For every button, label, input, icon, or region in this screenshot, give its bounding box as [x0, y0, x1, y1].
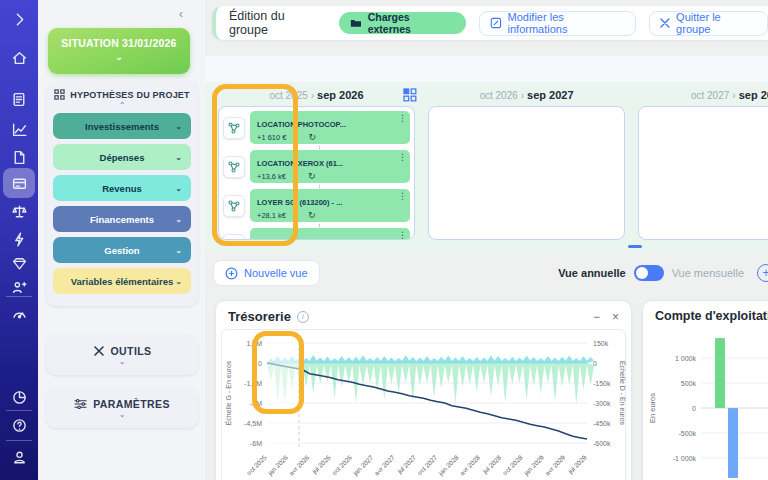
- treasury-title: Trésorerie: [228, 309, 291, 324]
- close-icon: [660, 18, 670, 28]
- plus-circle-icon: [225, 267, 238, 280]
- views-row: Nouvelle vue Vue annuelle Vue mensuelle: [205, 258, 768, 288]
- svg-text:jan 2027: jan 2027: [351, 453, 375, 477]
- charge-item-pill[interactable]: ⋮ LOCATION XEROX (61... +13,6 k€ ↻: [250, 150, 410, 183]
- svg-text:-4,5M: -4,5M: [244, 420, 262, 427]
- collapse-sidebar-icon[interactable]: ‹: [179, 6, 183, 21]
- income-statement-chart[interactable]: 1 000k500k0-500k-1 000kEn euros: [643, 325, 768, 480]
- item-value: +13,6 k€: [257, 172, 286, 181]
- charge-item-row[interactable]: ⋮ LOCATION PHOTOCOP... +1 610 € ↻: [223, 111, 410, 144]
- charge-item-pill[interactable]: ⋮ DOCUMENTATION TEC... +795,7 € ↻: [250, 228, 410, 240]
- folder-icon: [350, 18, 362, 28]
- layout-grid-icon[interactable]: [403, 88, 417, 102]
- premium-diamond-icon[interactable]: [8, 252, 30, 274]
- hypotheses-header: HYPOTHÈSES DU PROJET: [53, 89, 191, 100]
- reports-pie-icon[interactable]: [8, 386, 30, 408]
- item-title: LOYER SCI (613200) - ...: [257, 198, 342, 207]
- new-view-button[interactable]: Nouvelle vue: [213, 260, 320, 286]
- edit-info-button[interactable]: Modifier les informations: [479, 11, 637, 36]
- monthly-view-label[interactable]: Vue mensuelle: [672, 267, 744, 279]
- period-card-2027-2028[interactable]: [638, 106, 768, 240]
- svg-text:-300k: -300k: [593, 400, 611, 407]
- item-menu-icon[interactable]: ⋮: [398, 192, 407, 200]
- performance-chart-icon[interactable]: [8, 118, 30, 140]
- svg-text:jan 2026: jan 2026: [266, 453, 290, 477]
- svg-text:jul 2027: jul 2027: [395, 453, 418, 476]
- invoicing-icon[interactable]: [8, 88, 30, 110]
- drag-node-tile[interactable]: [223, 117, 245, 139]
- annual-view-label[interactable]: Vue annuelle: [558, 267, 625, 279]
- treasury-panel: Trésorerie i − × 1,5M150k00-1,5M-150k-3M…: [215, 300, 632, 480]
- minimize-icon[interactable]: −: [593, 310, 600, 324]
- balance-scales-icon[interactable]: [8, 200, 30, 222]
- svg-text:avr 2026: avr 2026: [288, 453, 311, 476]
- new-view-label: Nouvelle vue: [244, 267, 308, 279]
- svg-text:avr 2028: avr 2028: [458, 453, 481, 476]
- chevron-down-icon: ⌄: [119, 358, 126, 365]
- category-button[interactable]: Investissements⌄: [53, 113, 191, 139]
- tools-button[interactable]: OUTILS ⌄: [46, 335, 198, 375]
- category-button[interactable]: Variables élémentaires⌄: [53, 268, 191, 294]
- item-title: LOCATION XEROX (61...: [257, 159, 343, 168]
- chevron-down-icon: ⌄: [48, 52, 190, 62]
- dashboard-gauge-icon[interactable]: [8, 302, 30, 324]
- svg-text:-6M: -6M: [250, 440, 262, 447]
- svg-text:0: 0: [258, 360, 262, 367]
- charge-item-row[interactable]: ⋮ LOYER SCI (613200) - ... +28,1 k€ ↻: [223, 189, 410, 222]
- rail-divider: [6, 296, 32, 297]
- charge-item-pill[interactable]: ⋮ LOCATION PHOTOCOP... +1 610 € ↻: [250, 111, 410, 144]
- period-header: oct 2027›sep 20...: [638, 89, 768, 101]
- period-card-2025-2026[interactable]: ⋮ LOCATION PHOTOCOP... +1 610 € ↻ ⋮ LOCA…: [218, 106, 415, 240]
- svg-text:jul 2028: jul 2028: [481, 453, 504, 476]
- category-button[interactable]: Revenus⌄: [53, 175, 191, 201]
- item-connector: [319, 185, 410, 188]
- horizontal-scroll-indicator[interactable]: [628, 245, 642, 248]
- account-user-icon[interactable]: [8, 446, 30, 468]
- quit-group-button[interactable]: Quitter le groupe: [649, 11, 768, 36]
- info-icon[interactable]: i: [297, 311, 309, 323]
- close-icon[interactable]: ×: [612, 310, 619, 324]
- category-button[interactable]: Financements⌄: [53, 206, 191, 232]
- group-badge[interactable]: Charges externes: [339, 12, 466, 34]
- documents-icon[interactable]: [8, 146, 30, 168]
- category-label: Revenus: [102, 183, 142, 194]
- charge-item-row[interactable]: ⋮ DOCUMENTATION TEC... +795,7 € ↻: [223, 228, 410, 240]
- tools-icon: [93, 345, 105, 357]
- svg-text:-500k: -500k: [678, 430, 696, 437]
- item-menu-icon[interactable]: ⋮: [398, 231, 407, 239]
- drag-node-tile[interactable]: [223, 234, 245, 241]
- expand-chevron-icon[interactable]: [8, 8, 30, 30]
- collapse-section-chevron-icon[interactable]: ⌃: [53, 102, 191, 110]
- situation-button[interactable]: SITUATION 31/01/2026 ⌄: [48, 28, 190, 74]
- item-menu-icon[interactable]: ⋮: [398, 114, 407, 122]
- svg-text:-450k: -450k: [593, 420, 611, 427]
- category-button[interactable]: Gestion⌄: [53, 237, 191, 263]
- chevron-down-icon: ⌄: [175, 153, 182, 162]
- income-statement-panel: Compte d'exploitation 1 000k500k0-500k-1…: [642, 300, 768, 480]
- chevron-down-icon: ⌄: [175, 277, 182, 286]
- params-button[interactable]: PARAMÈTRES ⌄: [46, 388, 198, 428]
- svg-text:-3M: -3M: [250, 400, 262, 407]
- svg-text:1,5M: 1,5M: [246, 340, 262, 347]
- cards-icon[interactable]: [8, 172, 30, 194]
- period-header: oct 2025›sep 2026: [218, 89, 415, 101]
- group-edit-toolbar: Édition du groupe Charges externes Modif…: [212, 6, 768, 40]
- drag-node-tile[interactable]: [223, 156, 245, 178]
- add-view-plus-icon[interactable]: +: [757, 264, 768, 282]
- svg-text:avr 2027: avr 2027: [373, 453, 396, 476]
- drag-node-tile[interactable]: [223, 195, 245, 217]
- view-mode-toggle[interactable]: [634, 265, 664, 281]
- category-button[interactable]: Dépenses⌄: [53, 144, 191, 170]
- period-card-2026-2027[interactable]: [428, 106, 625, 240]
- energy-bolt-icon[interactable]: [8, 228, 30, 250]
- charge-item-pill[interactable]: ⋮ LOYER SCI (613200) - ... +28,1 k€ ↻: [250, 189, 410, 222]
- treasury-chart-frame: 1,5M150k00-1,5M-150k-3M-300k-4,5M-450k-6…: [221, 329, 626, 480]
- item-menu-icon[interactable]: ⋮: [398, 153, 407, 161]
- svg-text:Échelle G - En euros: Échelle G - En euros: [224, 360, 232, 425]
- help-icon[interactable]: [8, 414, 30, 436]
- home-icon[interactable]: [8, 46, 30, 68]
- hr-icon[interactable]: [8, 276, 30, 298]
- treasury-chart[interactable]: 1,5M150k00-1,5M-150k-3M-300k-4,5M-450k-6…: [222, 330, 627, 480]
- charge-item-row[interactable]: ⋮ LOCATION XEROX (61... +13,6 k€ ↻: [223, 150, 410, 183]
- rail-divider: [6, 440, 32, 441]
